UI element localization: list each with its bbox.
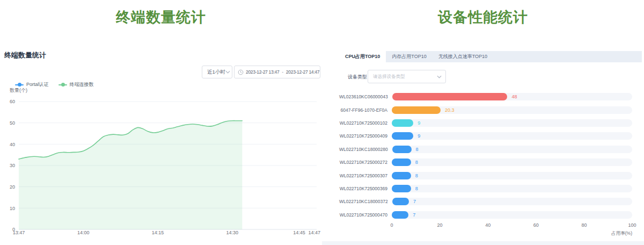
cpu-top10-bar-chart: WL023610KC06000043486047-FF96-1070-EF0A2… [339,90,632,221]
bar-category-label: WL022710K725000409 [339,133,392,139]
bar-row: WL022710K7250004707 [339,208,632,221]
bar-track: 8 [392,185,632,192]
performance-tabs: CPU占用TOP10内存占用TOP10无线接入点速率TOP10 [339,51,642,62]
bar-value-label: 8 [416,147,419,152]
bar-track: 7 [392,211,632,219]
bar-row: WL022710K7250004099 [339,129,632,142]
bottom-strip [322,241,644,245]
bar-row: WL022710K7250003078 [339,169,632,182]
bar-track: 48 [392,93,632,100]
bar-row: WL022710KC180003727 [339,195,632,208]
x-tick-label: 14:47 [308,230,320,235]
terminal-panel-title: 终端数量统计 [4,51,46,60]
bar[interactable] [392,158,411,166]
x-tick-label: 13:47 [13,230,25,235]
time-range-select[interactable]: 近1小时 [202,66,232,78]
bar[interactable] [392,172,411,179]
legend-item[interactable]: 终端连接数 [58,81,94,88]
bar-value-label: 9 [418,133,420,139]
date-start: 2023-12-27 13:47 [246,69,279,75]
performance-section-title: 设备性能统计 [322,8,644,27]
bar-track: 9 [392,132,632,140]
legend-dot-icon [61,83,65,87]
chevron-down-icon [225,70,230,74]
time-range-value: 近1小时 [207,69,225,76]
bar-category-label: WL022710KC18000372 [339,199,392,204]
legend-label: Portal认证 [26,81,49,88]
bar-value-label: 7 [413,199,416,204]
bar-track: 8 [392,146,632,153]
x-tick-label: 80 [581,222,587,228]
bar[interactable] [392,106,441,114]
x-tick-label: 40 [485,222,491,228]
bar-row: WL022710KC180002808 [339,143,632,156]
legend-marker-icon [15,84,24,85]
bar[interactable] [392,198,409,205]
legend-marker-icon [58,84,67,85]
bar-category-label: WL022710K725000470 [339,212,392,218]
bar-track: 8 [392,172,632,179]
bar-row: WL022710K7250002728 [339,156,632,169]
bar-row: 6047-FF96-1070-EF0A20.3 [339,103,632,116]
x-tick-label: 14:00 [77,230,90,235]
device-type-placeholder: 请选择设备类型 [373,74,405,80]
bar-category-label: WL022710KC18000280 [339,147,392,152]
bar-category-label: WL022710K725000369 [339,186,392,191]
bar-value-label: 8 [415,186,418,191]
bar-row: WL022710K7250003698 [339,182,632,195]
bar-value-label: 8 [415,173,418,178]
y-tick-label: 10 [10,206,15,211]
series-area [19,121,242,229]
bar-category-label: WL022710K725000307 [339,173,392,178]
device-type-label: 设备类型 [348,74,367,81]
date-range-picker[interactable]: 2023-12-27 13:47 - 2023-12-27 14:47 [234,66,320,78]
tab-ap-rate-top10[interactable]: 无线接入点速率TOP10 [433,51,493,62]
y-tick-label: 20 [10,184,15,190]
x-axis-title: 占用率(%) [322,230,632,237]
bar-category-label: WL022710K725000102 [339,120,392,126]
x-tick-label: 60 [533,222,539,228]
x-tick-label: 14:30 [226,230,238,235]
x-tick-label: 14:45 [293,230,305,235]
tab-cpu-top10[interactable]: CPU占用TOP10 [339,51,386,62]
legend-label: 终端连接数 [70,81,94,88]
y-tick-label: 40 [10,142,15,147]
bar-value-label: 8 [415,160,418,165]
chevron-down-icon [437,75,442,78]
device-performance-section: 设备性能统计 CPU占用TOP10内存占用TOP10无线接入点速率TOP10 设… [322,0,644,245]
y-tick-label: 30 [10,163,15,168]
bar-category-label: 6047-FF96-1070-EF0A [339,107,392,113]
x-tick-label: 14:15 [152,230,164,235]
x-tick-label: 100 [628,222,636,228]
bar[interactable] [392,146,412,153]
bar-category-label: WL023610KC06000043 [339,94,392,99]
terminal-line-chart: 010203040506013:4714:0014:1514:3014:4514… [0,91,322,245]
y-tick-label: 60 [10,99,15,104]
bar-track: 20.3 [392,106,632,114]
date-separator: - [282,69,283,75]
bar-value-label: 9 [418,120,420,126]
date-end: 2023-12-27 14:47 [286,69,319,75]
device-type-select[interactable]: 请选择设备类型 [368,70,446,83]
bar-value-label: 7 [413,212,415,218]
bar[interactable] [392,211,408,219]
terminal-section-title: 终端数量统计 [0,8,322,27]
bar-track: 8 [392,158,632,166]
tab-memory-top10[interactable]: 内存占用TOP10 [386,51,432,62]
bar[interactable] [392,93,508,100]
y-tick-label: 50 [10,120,15,126]
legend-dot-icon [18,83,21,87]
bar-value-label: 20.3 [445,107,455,113]
bar-category-label: WL022710K725000272 [339,160,392,165]
dashboard-page: 终端数量统计 终端数量统计 近1小时 2023-12-27 13:47 - 20… [0,0,644,245]
bar-row: WL022710K7250001029 [339,117,632,129]
x-tick-label: 0 [390,222,393,228]
bar[interactable] [392,132,413,140]
bar[interactable] [392,185,411,192]
bar[interactable] [392,119,413,127]
clock-icon [238,69,244,75]
terminal-stats-section: 终端数量统计 终端数量统计 近1小时 2023-12-27 13:47 - 20… [0,0,322,245]
bar-chart-x-axis: 020406080100 [322,222,644,229]
bar-row: WL023610KC0600004348 [339,90,632,103]
bar-track: 9 [392,119,632,127]
